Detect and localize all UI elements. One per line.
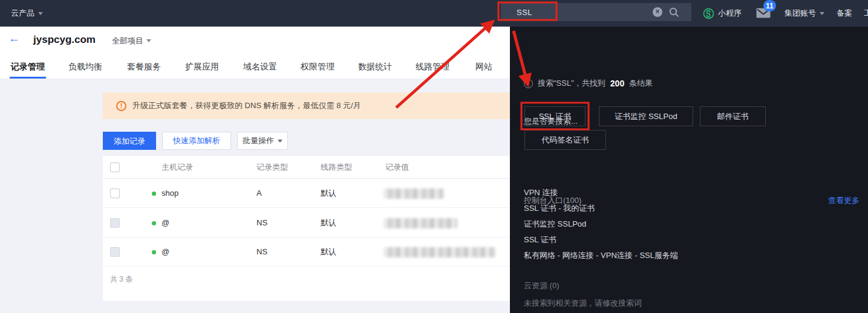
row-checkbox[interactable] <box>110 247 120 257</box>
domain-title: jyspcyg.com <box>33 34 96 46</box>
cloud-resources-title: 云资源 (0) <box>524 280 560 291</box>
search-results-panel: i 搜索"SSL"，共找到 200 条结果 您是否要搜索... SSL 证书 证… <box>510 27 868 313</box>
warning-icon: ! <box>116 101 126 111</box>
group-account-label: 集团账号 <box>785 8 816 19</box>
beian-label: 备案 <box>837 8 852 19</box>
tab-statistics[interactable]: 数据统计 <box>358 54 392 79</box>
tab-extensions[interactable]: 扩展应用 <box>185 54 219 79</box>
console-entry-vpn[interactable]: VPN 连接 <box>524 187 558 198</box>
console-entry-sslpod[interactable]: 证书监控 SSLPod <box>524 219 586 230</box>
chevron-down-icon <box>820 12 824 18</box>
host-cell: @ <box>162 208 169 237</box>
row-checkbox[interactable] <box>110 189 120 198</box>
col-value: 记录值 <box>385 156 409 179</box>
topbar-edge-label: 工 <box>864 8 868 19</box>
table-row[interactable]: shop A 默认 <box>103 179 510 208</box>
status-dot-icon <box>152 250 156 254</box>
notification-badge[interactable]: 11 <box>763 0 776 11</box>
upgrade-banner: ! 升级正式版套餐，获得更极致的 DNS 解析服务，最低仅需 8 元/月 <box>103 92 510 119</box>
suggest-button-sslpod[interactable]: 证书监控 SSLPod <box>599 106 693 126</box>
host-cell: shop <box>162 179 178 208</box>
record-table: 主机记录 记录类型 线路类型 记录值 shop A 默认 @ NS 默认 @ N… <box>103 156 510 301</box>
record-count-label: 共 3 条 <box>110 274 132 285</box>
console-entry-vpc-ssl[interactable]: 私有网络 - 网络连接 - VPN连接 - SSL服务端 <box>524 250 678 261</box>
cloud-products-menu[interactable]: 云产品 <box>11 0 43 27</box>
status-dot-icon <box>152 192 156 196</box>
quick-add-button[interactable]: 快速添加解析 <box>162 132 231 150</box>
col-type: 记录类型 <box>256 156 288 179</box>
suggest-button-email-cert[interactable]: 邮件证书 <box>700 106 766 126</box>
chevron-down-icon <box>38 12 43 18</box>
mini-program-menu[interactable]: 小程序 <box>703 0 742 27</box>
group-account-menu[interactable]: 集团账号 <box>785 0 824 27</box>
type-cell: A <box>256 179 262 208</box>
global-search-box[interactable]: × <box>501 3 691 21</box>
tab-plan-service[interactable]: 套餐服务 <box>127 54 161 79</box>
summary-suffix: 条结果 <box>629 78 653 89</box>
info-icon: i <box>524 79 533 88</box>
search-summary: i 搜索"SSL"，共找到 200 条结果 <box>524 78 653 89</box>
mini-program-label: 小程序 <box>718 8 742 19</box>
console-entry-my-certs[interactable]: SSL 证书 - 我的证书 <box>524 203 595 214</box>
col-host: 主机记录 <box>162 156 193 179</box>
record-value-redacted <box>383 247 495 257</box>
cloud-resources-empty-text: 未搜索到相关资源，请修改搜索词 <box>524 298 642 309</box>
chevron-down-icon <box>146 39 151 45</box>
topbar: 云产品 × 小程序 11 集团账号 备案 <box>0 0 868 27</box>
upgrade-banner-text: 升级正式版套餐，获得更极致的 DNS 解析服务，最低仅需 8 元/月 <box>132 100 361 111</box>
domain-header: ← jyspcyg.com 全部项目 <box>0 27 510 54</box>
row-checkbox[interactable] <box>110 218 120 228</box>
search-input[interactable] <box>517 3 638 21</box>
table-header-row: 主机记录 记录类型 线路类型 记录值 <box>103 156 510 179</box>
tab-permissions[interactable]: 权限管理 <box>301 54 334 79</box>
suggest-button-ssl-cert[interactable]: SSL 证书 <box>524 106 586 126</box>
cloud-products-label: 云产品 <box>11 8 34 19</box>
summary-prefix: 搜索"SSL"，共找到 <box>538 78 605 89</box>
batch-operation-label: 批量操作 <box>243 132 274 149</box>
table-row[interactable]: @ NS 默认 <box>103 208 510 237</box>
status-dot-icon <box>152 221 156 225</box>
col-line: 线路类型 <box>321 156 352 179</box>
record-value-redacted <box>383 189 444 199</box>
project-filter-dropdown[interactable]: 全部项目 <box>112 36 151 47</box>
tab-load-balancing[interactable]: 负载均衡 <box>68 54 102 79</box>
table-footer: 共 3 条 <box>103 266 510 301</box>
clear-search-icon[interactable]: × <box>653 7 662 17</box>
batch-operation-button[interactable]: 批量操作 <box>237 132 288 150</box>
search-icon[interactable] <box>669 7 679 20</box>
tab-bar: 记录管理 负载均衡 套餐服务 扩展应用 域名设置 权限管理 数据统计 线路管理 … <box>0 54 510 79</box>
chevron-down-icon <box>278 140 282 145</box>
tab-website[interactable]: 网站 <box>475 54 492 79</box>
mini-program-icon <box>703 8 714 19</box>
console-entry-ssl-cert[interactable]: SSL 证书 <box>524 234 556 245</box>
topbar-edge-item[interactable]: 工 <box>864 0 868 27</box>
line-cell: 默认 <box>321 237 336 266</box>
tab-line-management[interactable]: 线路管理 <box>416 54 449 79</box>
line-cell: 默认 <box>321 179 336 208</box>
add-record-button[interactable]: 添加记录 <box>103 132 156 150</box>
type-cell: NS <box>256 237 267 266</box>
see-more-link[interactable]: 查看更多 <box>828 195 860 206</box>
select-all-checkbox[interactable] <box>110 163 120 172</box>
beian-link[interactable]: 备案 <box>837 0 852 27</box>
table-row[interactable]: @ NS 默认 <box>103 237 510 266</box>
tab-record-management[interactable]: 记录管理 <box>11 54 45 79</box>
suggest-button-code-sign-cert[interactable]: 代码签名证书 <box>524 130 606 150</box>
summary-count: 200 <box>610 79 624 88</box>
line-cell: 默认 <box>321 208 336 237</box>
back-arrow-icon[interactable]: ← <box>8 32 20 45</box>
type-cell: NS <box>256 208 267 237</box>
record-value-redacted <box>383 218 457 228</box>
tab-domain-settings[interactable]: 域名设置 <box>243 54 277 79</box>
host-cell: @ <box>162 237 169 266</box>
project-filter-label: 全部项目 <box>112 36 143 47</box>
